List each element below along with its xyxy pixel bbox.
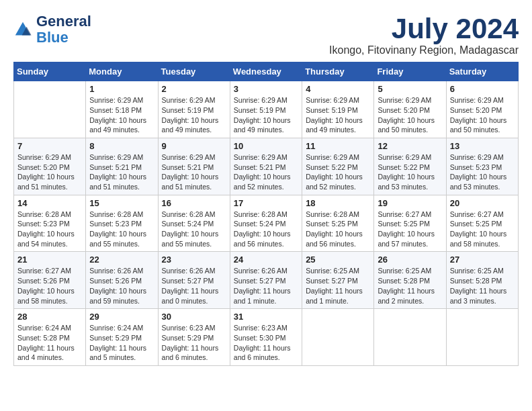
week-row-2: 7Sunrise: 6:29 AMSunset: 5:20 PMDaylight… xyxy=(14,138,519,195)
calendar-cell: 19Sunrise: 6:27 AMSunset: 5:25 PMDayligh… xyxy=(374,195,446,252)
day-info: Sunrise: 6:29 AMSunset: 5:21 PMDaylight:… xyxy=(234,152,298,192)
calendar-cell: 1Sunrise: 6:29 AMSunset: 5:18 PMDaylight… xyxy=(86,81,158,138)
weekday-header-tuesday: Tuesday xyxy=(158,62,230,81)
day-number: 2 xyxy=(162,84,226,94)
logo-blue: Blue xyxy=(36,30,91,46)
day-info: Sunrise: 6:28 AMSunset: 5:24 PMDaylight:… xyxy=(234,210,298,249)
day-info: Sunrise: 6:29 AMSunset: 5:19 PMDaylight:… xyxy=(234,95,298,135)
day-info: Sunrise: 6:28 AMSunset: 5:24 PMDaylight:… xyxy=(162,210,226,249)
title-block: July 2024 Ikongo, Fitovinany Region, Mad… xyxy=(329,13,519,56)
weekday-header-monday: Monday xyxy=(86,62,158,81)
calendar-cell: 12Sunrise: 6:29 AMSunset: 5:22 PMDayligh… xyxy=(374,138,446,195)
day-number: 3 xyxy=(234,84,298,94)
calendar-cell: 31Sunrise: 6:23 AMSunset: 5:30 PMDayligh… xyxy=(230,309,302,366)
day-info: Sunrise: 6:27 AMSunset: 5:26 PMDaylight:… xyxy=(17,266,82,306)
calendar-cell xyxy=(14,81,86,138)
day-number: 12 xyxy=(378,141,442,151)
day-info: Sunrise: 6:23 AMSunset: 5:29 PMDaylight:… xyxy=(162,323,226,363)
day-info: Sunrise: 6:29 AMSunset: 5:22 PMDaylight:… xyxy=(306,152,370,192)
calendar-body: 1Sunrise: 6:29 AMSunset: 5:18 PMDaylight… xyxy=(14,81,519,366)
calendar-cell: 15Sunrise: 6:28 AMSunset: 5:23 PMDayligh… xyxy=(86,195,158,252)
day-number: 9 xyxy=(162,141,226,151)
day-number: 29 xyxy=(89,312,154,322)
month-year-title: July 2024 xyxy=(329,13,519,44)
calendar-cell: 5Sunrise: 6:29 AMSunset: 5:20 PMDaylight… xyxy=(374,81,446,138)
day-number: 14 xyxy=(17,198,82,208)
day-number: 15 xyxy=(89,198,154,208)
day-number: 20 xyxy=(450,198,515,208)
day-number: 28 xyxy=(17,312,82,322)
day-number: 1 xyxy=(89,84,154,94)
day-info: Sunrise: 6:27 AMSunset: 5:25 PMDaylight:… xyxy=(378,210,442,249)
day-info: Sunrise: 6:25 AMSunset: 5:28 PMDaylight:… xyxy=(450,266,515,306)
day-number: 5 xyxy=(378,84,442,94)
day-info: Sunrise: 6:26 AMSunset: 5:27 PMDaylight:… xyxy=(162,266,226,306)
day-info: Sunrise: 6:28 AMSunset: 5:23 PMDaylight:… xyxy=(89,210,154,249)
calendar-cell: 13Sunrise: 6:29 AMSunset: 5:23 PMDayligh… xyxy=(446,138,518,195)
day-number: 25 xyxy=(306,255,370,265)
day-number: 10 xyxy=(234,141,298,151)
day-info: Sunrise: 6:29 AMSunset: 5:20 PMDaylight:… xyxy=(378,95,442,135)
day-info: Sunrise: 6:29 AMSunset: 5:21 PMDaylight:… xyxy=(162,152,226,192)
weekday-header-thursday: Thursday xyxy=(302,62,374,81)
day-number: 31 xyxy=(234,312,298,322)
calendar-cell: 11Sunrise: 6:29 AMSunset: 5:22 PMDayligh… xyxy=(302,138,374,195)
logo-general: General xyxy=(36,13,91,30)
calendar-cell: 18Sunrise: 6:28 AMSunset: 5:25 PMDayligh… xyxy=(302,195,374,252)
day-info: Sunrise: 6:23 AMSunset: 5:30 PMDaylight:… xyxy=(234,323,298,363)
calendar-cell: 20Sunrise: 6:27 AMSunset: 5:25 PMDayligh… xyxy=(446,195,518,252)
day-number: 22 xyxy=(89,255,154,265)
calendar-cell: 26Sunrise: 6:25 AMSunset: 5:28 PMDayligh… xyxy=(374,252,446,309)
header: General Blue July 2024 Ikongo, Fitovinan… xyxy=(13,13,519,56)
weekday-header-row: SundayMondayTuesdayWednesdayThursdayFrid… xyxy=(14,62,519,81)
weekday-header-friday: Friday xyxy=(374,62,446,81)
day-info: Sunrise: 6:25 AMSunset: 5:27 PMDaylight:… xyxy=(306,266,370,306)
day-info: Sunrise: 6:29 AMSunset: 5:20 PMDaylight:… xyxy=(17,152,82,192)
calendar-cell: 9Sunrise: 6:29 AMSunset: 5:21 PMDaylight… xyxy=(158,138,230,195)
logo: General Blue xyxy=(13,13,91,46)
calendar-cell xyxy=(374,309,446,366)
day-info: Sunrise: 6:29 AMSunset: 5:21 PMDaylight:… xyxy=(89,152,154,192)
calendar-cell: 17Sunrise: 6:28 AMSunset: 5:24 PMDayligh… xyxy=(230,195,302,252)
calendar-cell: 21Sunrise: 6:27 AMSunset: 5:26 PMDayligh… xyxy=(14,252,86,309)
day-number: 21 xyxy=(17,255,82,265)
calendar-table: SundayMondayTuesdayWednesdayThursdayFrid… xyxy=(13,62,519,366)
day-number: 19 xyxy=(378,198,442,208)
day-number: 30 xyxy=(162,312,226,322)
day-number: 4 xyxy=(306,84,370,94)
weekday-header-sunday: Sunday xyxy=(14,62,86,81)
day-number: 27 xyxy=(450,255,515,265)
day-info: Sunrise: 6:26 AMSunset: 5:26 PMDaylight:… xyxy=(89,266,154,306)
calendar-cell: 27Sunrise: 6:25 AMSunset: 5:28 PMDayligh… xyxy=(446,252,518,309)
location-subtitle: Ikongo, Fitovinany Region, Madagascar xyxy=(329,44,519,56)
logo-icon xyxy=(13,20,32,39)
day-number: 11 xyxy=(306,141,370,151)
calendar-cell: 22Sunrise: 6:26 AMSunset: 5:26 PMDayligh… xyxy=(86,252,158,309)
day-number: 8 xyxy=(89,141,154,151)
calendar-cell: 23Sunrise: 6:26 AMSunset: 5:27 PMDayligh… xyxy=(158,252,230,309)
day-info: Sunrise: 6:24 AMSunset: 5:29 PMDaylight:… xyxy=(89,323,154,363)
day-number: 26 xyxy=(378,255,442,265)
calendar-cell: 24Sunrise: 6:26 AMSunset: 5:27 PMDayligh… xyxy=(230,252,302,309)
day-number: 23 xyxy=(162,255,226,265)
week-row-1: 1Sunrise: 6:29 AMSunset: 5:18 PMDaylight… xyxy=(14,81,519,138)
day-number: 6 xyxy=(450,84,515,94)
day-info: Sunrise: 6:29 AMSunset: 5:18 PMDaylight:… xyxy=(89,95,154,135)
calendar-cell: 6Sunrise: 6:29 AMSunset: 5:20 PMDaylight… xyxy=(446,81,518,138)
calendar-cell: 29Sunrise: 6:24 AMSunset: 5:29 PMDayligh… xyxy=(86,309,158,366)
calendar-cell: 14Sunrise: 6:28 AMSunset: 5:23 PMDayligh… xyxy=(14,195,86,252)
day-number: 7 xyxy=(17,141,82,151)
weekday-header-saturday: Saturday xyxy=(446,62,518,81)
calendar-cell: 25Sunrise: 6:25 AMSunset: 5:27 PMDayligh… xyxy=(302,252,374,309)
day-info: Sunrise: 6:29 AMSunset: 5:19 PMDaylight:… xyxy=(162,95,226,135)
calendar-cell: 30Sunrise: 6:23 AMSunset: 5:29 PMDayligh… xyxy=(158,309,230,366)
day-number: 24 xyxy=(234,255,298,265)
day-number: 17 xyxy=(234,198,298,208)
calendar-cell: 16Sunrise: 6:28 AMSunset: 5:24 PMDayligh… xyxy=(158,195,230,252)
week-row-5: 28Sunrise: 6:24 AMSunset: 5:28 PMDayligh… xyxy=(14,309,519,366)
day-info: Sunrise: 6:29 AMSunset: 5:20 PMDaylight:… xyxy=(450,95,515,135)
day-info: Sunrise: 6:28 AMSunset: 5:23 PMDaylight:… xyxy=(17,210,82,249)
day-info: Sunrise: 6:27 AMSunset: 5:25 PMDaylight:… xyxy=(450,210,515,249)
week-row-4: 21Sunrise: 6:27 AMSunset: 5:26 PMDayligh… xyxy=(14,252,519,309)
calendar-cell xyxy=(302,309,374,366)
